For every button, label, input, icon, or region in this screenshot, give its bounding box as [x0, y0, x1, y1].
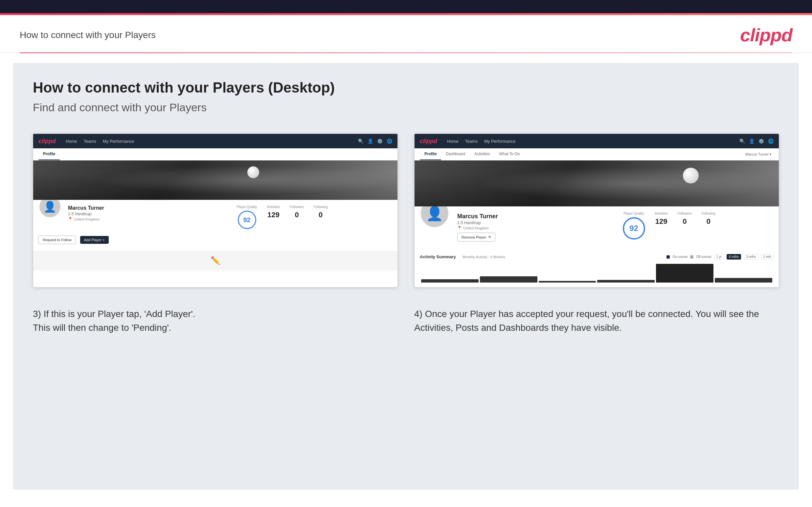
- left-nav-home[interactable]: Home: [66, 139, 77, 144]
- activity-period: Monthly Activity · 6 Months: [462, 255, 505, 259]
- tab-what-to-on-right[interactable]: What To On: [494, 148, 524, 160]
- golf-ball-right: [683, 168, 699, 183]
- left-following: Following 0: [314, 205, 327, 219]
- right-following-value: 0: [702, 217, 715, 226]
- period-3mths-button[interactable]: 3 mths: [744, 254, 758, 260]
- avatar-icon-right: 👤: [426, 206, 443, 222]
- quality-label: Player Quality: [237, 205, 257, 209]
- left-nav-icons: 🔍 👤 ⚙️ 🌐: [358, 138, 392, 144]
- right-player-quality: Player Quality 92: [623, 212, 645, 239]
- oncourse-legend-dot: [666, 255, 670, 259]
- right-profile-hero: [414, 161, 779, 207]
- left-navbar: clippd Home Teams My Performance 🔍 👤 ⚙️ …: [33, 134, 398, 148]
- description-right: 4) Once your Player has accepted your re…: [414, 307, 779, 335]
- right-tabs-inner: Profile Dashboard Activities What To On: [420, 148, 524, 160]
- followers-label-left: Followers: [290, 205, 304, 209]
- tab-profile-right[interactable]: Profile: [420, 148, 441, 160]
- globe-icon[interactable]: 🌐: [387, 138, 392, 144]
- right-handicap: 1-5 Handicap: [457, 221, 608, 225]
- location-pin-icon: 📍: [68, 217, 72, 221]
- left-mockup-bottom: ✏️: [33, 251, 398, 270]
- right-settings-icon[interactable]: ⚙️: [758, 138, 764, 144]
- header: How to connect with your Players clippd: [0, 15, 812, 53]
- right-nav-teams[interactable]: Teams: [465, 139, 477, 144]
- right-location-pin-icon: 📍: [457, 226, 462, 230]
- request-to-follow-button[interactable]: Request to Follow: [39, 236, 76, 244]
- right-profile-details: Marcus Turner 1-5 Handicap 📍 United King…: [457, 213, 608, 241]
- edit-icon: ✏️: [211, 256, 220, 265]
- right-quality-label: Player Quality: [623, 212, 645, 215]
- footer: Copyright Clippd 2022: [0, 499, 812, 507]
- right-user-icon[interactable]: 👤: [749, 138, 755, 144]
- activity-summary: Activity Summary Monthly Activity · 6 Mo…: [414, 249, 779, 287]
- top-bar: [0, 0, 812, 13]
- activities-label-left: Activities: [267, 205, 280, 209]
- right-nav-icons: 🔍 👤 ⚙️ 🌐: [740, 138, 773, 144]
- quality-circle-right: 92: [623, 217, 645, 239]
- activity-controls: On course Off course 1 yr 6 mths 3 mths …: [666, 254, 773, 260]
- description-right-text: 4) Once your Player has accepted your re…: [414, 309, 759, 333]
- left-stats: Player Quality 92 Activities 129 Followe…: [237, 205, 393, 229]
- offcourse-legend-label: Off course: [696, 255, 711, 259]
- left-nav-teams[interactable]: Teams: [84, 139, 96, 144]
- following-value-left: 0: [314, 211, 327, 219]
- left-followers: Followers 0: [290, 205, 304, 219]
- chart-bar-4: [597, 280, 655, 283]
- left-activities: Activities 129: [267, 205, 280, 219]
- oncourse-legend-label: On course: [672, 255, 688, 259]
- main-content: How to connect with your Players (Deskto…: [13, 63, 799, 490]
- left-player-quality: Player Quality 92: [237, 205, 257, 229]
- left-nav-performance[interactable]: My Performance: [103, 139, 134, 144]
- right-followers-label: Followers: [678, 212, 692, 215]
- right-search-icon[interactable]: 🔍: [740, 138, 745, 144]
- right-globe-icon[interactable]: 🌐: [768, 138, 773, 144]
- right-user-selector[interactable]: Marcus Turner ▾: [743, 152, 773, 157]
- followers-value-left: 0: [290, 211, 304, 219]
- mockup-right: clippd Home Teams My Performance 🔍 👤 ⚙️ …: [414, 133, 779, 287]
- add-player-button[interactable]: Add Player +: [80, 236, 109, 244]
- mockup-left: clippd Home Teams My Performance 🔍 👤 ⚙️ …: [33, 133, 398, 287]
- close-icon: ✕: [488, 235, 491, 239]
- left-profile-info: 👤 Marcus Turner 1-5 Handicap 📍 United Ki…: [33, 200, 398, 251]
- right-profile-info: 👤 Marcus Turner 1-5 Handicap 📍 United Ki…: [414, 207, 779, 249]
- activity-title: Activity Summary: [420, 254, 456, 259]
- logo: clippd: [740, 24, 792, 46]
- main-subtitle: Find and connect with your Players: [33, 101, 779, 114]
- right-activities: Activities 129: [655, 212, 668, 226]
- right-following: Following 0: [702, 212, 715, 226]
- activity-header: Activity Summary Monthly Activity · 6 Mo…: [420, 254, 773, 260]
- period-1mth-button[interactable]: 1 mth: [761, 254, 773, 260]
- golf-ball-left: [247, 166, 259, 178]
- left-profile-hero: [33, 161, 398, 200]
- chart-bar-3: [539, 281, 596, 283]
- tab-dashboard-right[interactable]: Dashboard: [441, 148, 470, 160]
- chart-bar-5: [656, 264, 713, 283]
- header-divider: [20, 53, 792, 53]
- search-icon[interactable]: 🔍: [358, 138, 364, 144]
- period-1yr-button[interactable]: 1 yr: [714, 254, 724, 260]
- tab-activities-right[interactable]: Activities: [470, 148, 494, 160]
- avatar-icon-left: 👤: [43, 201, 56, 213]
- right-player-name: Marcus Turner: [457, 213, 608, 220]
- header-title: How to connect with your Players: [20, 30, 156, 40]
- right-stats: Player Quality 92 Activities 129 Followe…: [623, 212, 774, 239]
- right-followers-value: 0: [678, 217, 692, 226]
- tab-profile-left[interactable]: Profile: [39, 148, 60, 160]
- right-tabs-bar: Profile Dashboard Activities What To On …: [414, 148, 779, 161]
- remove-player-button[interactable]: Remove Player ✕: [457, 233, 495, 241]
- chart-bar-6: [715, 278, 772, 283]
- left-location: 📍 United Kingdom: [68, 217, 224, 221]
- quality-circle-left: 92: [238, 211, 256, 229]
- descriptions-row: 3) If this is your Player tap, 'Add Play…: [33, 307, 779, 335]
- chart-bar-2: [480, 276, 538, 283]
- right-nav-home[interactable]: Home: [447, 139, 459, 144]
- description-left: 3) If this is your Player tap, 'Add Play…: [33, 307, 398, 335]
- user-icon[interactable]: 👤: [367, 138, 373, 144]
- offcourse-legend-dot: [690, 255, 694, 259]
- screenshots-row: clippd Home Teams My Performance 🔍 👤 ⚙️ …: [33, 133, 779, 287]
- settings-icon[interactable]: ⚙️: [377, 138, 383, 144]
- right-activities-value: 129: [655, 217, 668, 226]
- period-6mths-button[interactable]: 6 mths: [726, 254, 741, 260]
- right-nav-performance[interactable]: My Performance: [484, 139, 515, 144]
- following-label-left: Following: [314, 205, 327, 209]
